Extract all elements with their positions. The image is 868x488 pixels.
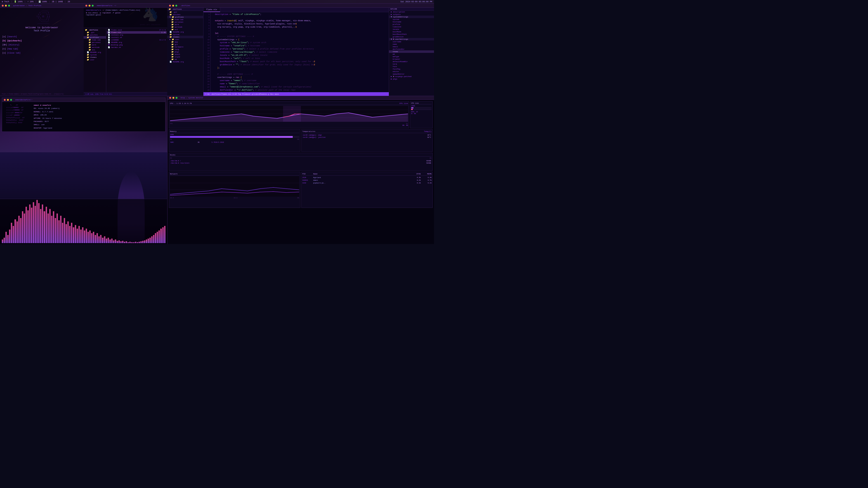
ft-gitdir[interactable]: 📁 git xyxy=(167,43,203,46)
fm-tree-worklab[interactable]: 📁 worklab xyxy=(84,46,106,48)
sm-max-btn[interactable] xyxy=(176,97,178,99)
browser-menu-item-newtab[interactable]: [t] [New tab] xyxy=(2,47,81,51)
workspace-label[interactable]: ⊞ Tech xyxy=(2,0,9,3)
fm-file-hardensh[interactable]: 📄 harden.sh xyxy=(107,46,166,48)
ft-personal[interactable]: 📁 personal xyxy=(167,21,203,23)
nf-min-btn[interactable] xyxy=(7,99,9,101)
fm-file-installorg[interactable]: 📄 install.org xyxy=(107,34,166,36)
outline-email[interactable]: email xyxy=(389,45,434,48)
fm-tree-root[interactable]: 📁 .dotfiles xyxy=(84,29,106,31)
outline-locale[interactable]: locale xyxy=(389,28,434,31)
fm-tree-system[interactable]: 📁 system xyxy=(84,54,106,56)
viz-bar xyxy=(17,221,18,243)
ft-system[interactable]: 📁 system xyxy=(167,33,203,36)
sm-close-btn[interactable] xyxy=(169,97,171,99)
outline-name[interactable]: name xyxy=(389,43,434,45)
ft-homelab[interactable]: 📁 home-lab xyxy=(167,18,203,21)
fm-file-desktoppng[interactable]: 🖼 desktop.png xyxy=(107,43,166,46)
editor-min-btn[interactable] xyxy=(172,5,174,6)
fm-close-btn[interactable] xyxy=(86,5,87,6)
ft-work[interactable]: 📁 work xyxy=(167,23,203,26)
ft-readmeorg[interactable]: 📄 README.org xyxy=(167,31,203,33)
ft-wsl[interactable]: 📁 wsl xyxy=(167,28,203,31)
close-btn[interactable] xyxy=(2,5,4,6)
outline-wm[interactable]: wm xyxy=(389,53,434,55)
max-btn[interactable] xyxy=(8,5,10,6)
outline-fontpkg[interactable]: fontPkg xyxy=(389,68,434,70)
ft-worklab[interactable]: 📁 worklab xyxy=(167,26,203,28)
ft-hardware[interactable]: 📁 hardware xyxy=(167,46,203,48)
nf-max-btn[interactable] xyxy=(10,99,12,101)
ft-themes[interactable]: 📁 themes xyxy=(167,36,203,38)
outline-nixpkgspatched[interactable]: ▶ ⊞ nixpkgs-patched xyxy=(389,75,434,78)
nf-close-btn[interactable] xyxy=(4,99,6,101)
outline-outputs[interactable]: ▶ outputs xyxy=(389,13,434,15)
editor-tab-flakenix[interactable]: flake.nix xyxy=(204,8,220,12)
browser-menu-item-history[interactable]: [$h] [History] xyxy=(2,43,81,47)
ft-style[interactable]: 📁 style xyxy=(167,56,203,58)
outline-font[interactable]: font xyxy=(389,65,434,68)
fm-file-flakenix[interactable]: 📄 flake.nix 2.2K xyxy=(107,31,166,34)
battery-status: 🔋 100% xyxy=(14,0,23,3)
ft-user[interactable]: ▶ 📁 user xyxy=(167,38,203,41)
outline-username[interactable]: username xyxy=(389,40,434,43)
outline-dotfilesdir[interactable]: dotfilesDir xyxy=(389,48,434,51)
fm-tree-wsl[interactable]: 📁 wsl xyxy=(84,48,106,51)
editor-max-btn[interactable] xyxy=(176,5,177,6)
fm-tree-git[interactable]: 📁 .git xyxy=(84,31,106,34)
outline-profile[interactable]: profile xyxy=(389,23,434,26)
min-btn[interactable] xyxy=(5,5,7,6)
ft-root[interactable]: 📁 .dotfiles xyxy=(167,8,203,11)
fm-file-name-flakenix: 📄 flake.nix xyxy=(108,31,121,33)
outline-wmtype[interactable]: wmType xyxy=(389,55,434,58)
ft-git[interactable]: 📁 .git xyxy=(167,11,203,13)
ft-shell[interactable]: 📁 shell xyxy=(167,53,203,56)
browser-menu-item-closetab[interactable]: [x] [Close tab] xyxy=(2,51,81,55)
outline-timezone[interactable]: timezone xyxy=(389,26,434,28)
fm-tree-work[interactable]: 📁 work xyxy=(84,43,106,46)
ft-patches[interactable]: 📁 patches xyxy=(167,13,203,16)
outline-bootmode[interactable]: bootMode xyxy=(389,31,434,33)
fm-file-flakelock[interactable]: 📄 flake.lock 27.5 K xyxy=(107,29,166,31)
sm-min-btn[interactable] xyxy=(173,97,174,99)
outline-editor[interactable]: editor xyxy=(389,70,434,73)
fm-min-btn[interactable] xyxy=(89,5,90,6)
editor-close-btn[interactable] xyxy=(169,5,171,6)
browser-menu-item-search[interactable]: [o] [Search] xyxy=(2,35,81,39)
mem-status: 💾 100% xyxy=(38,0,47,3)
fm-file-installsh[interactable]: 📄 install.sh xyxy=(107,36,166,39)
outline-system[interactable]: system xyxy=(389,18,434,21)
outline-spawneditor[interactable]: spawnEditor xyxy=(389,73,434,75)
fm-tree-user[interactable]: 📁 user xyxy=(84,59,106,61)
outline-theme[interactable]: theme xyxy=(389,51,434,53)
fm-file-size-license: 34.2 K xyxy=(159,39,166,41)
outline-grubdevice[interactable]: grubDevice xyxy=(389,35,434,38)
outline-description[interactable]: ▶ description xyxy=(389,11,434,13)
fm-tree-homelab[interactable]: 📁 home-lab xyxy=(84,39,106,41)
viz-bar xyxy=(98,236,100,243)
ft-pkgs[interactable]: 📁 pkgs xyxy=(167,51,203,53)
fm-tree-patches[interactable]: 📁 patches xyxy=(84,34,106,36)
fm-tree-themes[interactable]: 📁 themes xyxy=(84,56,106,59)
ft-wm[interactable]: 📁 wm xyxy=(167,58,203,61)
ft-readme2[interactable]: 📄 README.org xyxy=(167,61,203,63)
outline-term[interactable]: term xyxy=(389,63,434,65)
fm-tree-profiles[interactable]: 📁 profiles xyxy=(84,36,106,39)
fm-tree-personal[interactable]: 📁 personal xyxy=(84,41,106,43)
ft-profiles[interactable]: ▼ 📁 profiles xyxy=(167,16,203,18)
outline-defaultroamdir[interactable]: defaultRoamDir xyxy=(389,60,434,63)
outline-systemsettings[interactable]: ▼ systemSettings xyxy=(389,15,434,18)
ft-lang[interactable]: 📁 lang xyxy=(167,48,203,51)
fm-file-license[interactable]: 📄 LICENSE 34.2 K xyxy=(107,39,166,41)
fm-tree-readme[interactable]: 📄 README.org xyxy=(84,51,106,54)
fm-file-readme[interactable]: 📄 README.org xyxy=(107,41,166,43)
outline-pkgs[interactable]: ▶ pkgs xyxy=(389,78,434,80)
outline-hostname[interactable]: hostname xyxy=(389,21,434,23)
outline-browser[interactable]: browser xyxy=(389,58,434,60)
browser-menu-item-bookmarks[interactable]: [b] [Quickmarks] xyxy=(2,39,81,43)
outline-usersettings[interactable]: ▼ ⊞ userSettings xyxy=(389,38,434,40)
fm-max-btn[interactable] xyxy=(92,5,94,6)
outline-bootmountpath[interactable]: bootMountPath xyxy=(389,33,434,35)
sm-cpu-title: CPU - 1.53 1.14 0.78 CPU line xyxy=(170,102,408,105)
ft-app[interactable]: 📁 app xyxy=(167,41,203,43)
